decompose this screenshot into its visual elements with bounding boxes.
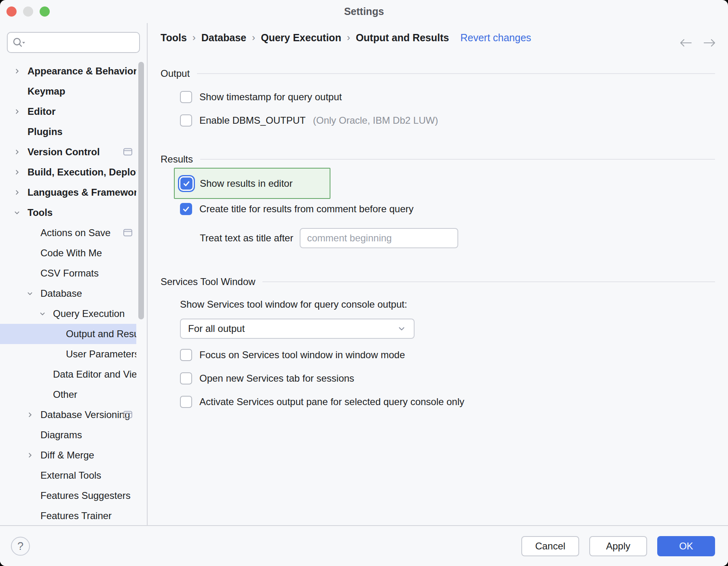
title-after-input[interactable] <box>300 228 458 248</box>
chevron-down-icon[interactable] <box>12 208 22 218</box>
sidebar-item-languages-frameworks[interactable]: Languages & Frameworks <box>0 182 136 203</box>
cancel-button[interactable]: Cancel <box>521 536 579 556</box>
forward-button[interactable] <box>703 38 717 48</box>
settings-content: Tools›Database›Query Execution›Output an… <box>148 23 728 525</box>
sidebar-item-diff-merge[interactable]: Diff & Merge <box>0 445 136 465</box>
sidebar-item-code-with-me[interactable]: Code With Me <box>0 243 136 263</box>
chevron-spacer <box>12 127 22 137</box>
sidebar-item-label: CSV Formats <box>40 268 136 279</box>
sidebar-item-diagrams[interactable]: Diagrams <box>0 425 136 445</box>
minimize-button[interactable] <box>23 6 33 17</box>
checkbox-show-timestamp-for-query-output[interactable] <box>180 91 192 103</box>
title-after-row: Treat text as title after <box>200 228 715 248</box>
sidebar-item-features-trainer[interactable]: Features Trainer <box>0 506 136 525</box>
sidebar-item-label: External Tools <box>40 470 136 481</box>
sidebar-item-query-execution[interactable]: Query Execution <box>0 304 136 324</box>
section-title-output: Output <box>161 68 190 79</box>
sidebar-item-editor[interactable]: Editor <box>0 101 136 122</box>
sidebar-item-label: Code With Me <box>40 247 136 259</box>
breadcrumb-item-database[interactable]: Database <box>201 32 246 44</box>
checkbox-focus-on-services-tool-window-in-window-mode[interactable] <box>180 349 192 361</box>
search-field[interactable] <box>7 32 140 53</box>
chevron-spacer <box>25 430 35 440</box>
checkbox-activate-services-output-pane-for-selected-query-console-only[interactable] <box>180 396 192 408</box>
chevron-right-icon[interactable] <box>25 450 35 460</box>
create-title-setting: Create title for results from comment be… <box>180 202 715 216</box>
sidebar-item-appearance-behavior[interactable]: Appearance & Behavior <box>0 61 136 81</box>
breadcrumb: Tools›Database›Query Execution›Output an… <box>161 30 715 46</box>
sidebar-item-label: Features Suggesters <box>40 490 136 501</box>
sidebar-item-label: Other <box>53 389 136 400</box>
chevron-right-icon[interactable] <box>12 147 22 157</box>
close-button[interactable] <box>6 6 17 17</box>
chevron-down-icon[interactable] <box>25 289 35 298</box>
section-divider <box>200 159 715 160</box>
dropdown-value: For all output <box>188 323 245 334</box>
chevron-right-icon[interactable] <box>12 188 22 197</box>
ok-button[interactable]: OK <box>657 536 715 556</box>
chevron-down-icon[interactable] <box>38 309 47 319</box>
sidebar-item-label: Plugins <box>28 126 136 137</box>
services-checkbox-group: Focus on Services tool window in window … <box>180 348 715 409</box>
services-output-dropdown[interactable]: For all output <box>180 319 415 339</box>
section-divider <box>262 281 715 282</box>
checkbox-enable-dbms-output[interactable] <box>180 114 192 127</box>
results-section: Results Show results in editor Create ti… <box>161 153 715 248</box>
help-button[interactable]: ? <box>11 536 30 555</box>
chevron-right-icon[interactable] <box>25 410 35 420</box>
sidebar-item-plugins[interactable]: Plugins <box>0 122 136 142</box>
services-dropdown-label: Show Services tool window for query cons… <box>180 299 715 310</box>
sidebar-item-label: Diagrams <box>40 429 136 441</box>
sidebar-item-label: Appearance & Behavior <box>28 65 136 77</box>
chevron-spacer <box>25 248 35 258</box>
sidebar-item-build-execution-deployment[interactable]: Build, Execution, Deployment <box>0 162 136 182</box>
sidebar-item-actions-on-save[interactable]: Actions on Save <box>0 223 136 243</box>
sidebar-item-other[interactable]: Other <box>0 384 136 405</box>
sidebar-item-label: Keymap <box>28 86 136 97</box>
title-after-label: Treat text as title after <box>200 232 293 244</box>
sidebar-item-label: Build, Execution, Deployment <box>28 167 136 178</box>
configurable-badge-icon <box>123 229 132 237</box>
revert-changes-link[interactable]: Revert changes <box>460 32 531 44</box>
sidebar-item-label: Features Trainer <box>40 510 136 522</box>
sidebar-item-tools[interactable]: Tools <box>0 203 136 223</box>
sidebar-item-keymap[interactable]: Keymap <box>0 81 136 101</box>
sidebar-scrollbar[interactable] <box>138 62 144 319</box>
chevron-right-icon[interactable] <box>12 107 22 116</box>
search-icon <box>12 37 25 48</box>
breadcrumb-item-query-execution[interactable]: Query Execution <box>261 32 341 44</box>
checkbox-label: Activate Services output pane for select… <box>199 396 464 408</box>
sidebar-item-output-and-results[interactable]: Output and Results <box>0 324 136 344</box>
checkbox-open-new-services-tab-for-sessions[interactable] <box>180 372 192 384</box>
setting-row-show-timestamp-for-query-output: Show timestamp for query output <box>180 90 715 104</box>
chevron-spacer <box>25 228 35 238</box>
section-title-services: Services Tool Window <box>161 276 255 287</box>
sidebar-item-database[interactable]: Database <box>0 283 136 304</box>
breadcrumb-separator: › <box>252 32 255 43</box>
apply-button[interactable]: Apply <box>589 536 647 556</box>
back-button[interactable] <box>679 38 692 48</box>
chevron-spacer <box>25 491 35 501</box>
settings-search-input[interactable] <box>27 36 135 49</box>
settings-tree: Appearance & BehaviorKeymapEditorPlugins… <box>0 61 147 525</box>
sidebar-item-label: Query Execution <box>53 308 136 319</box>
section-title-results: Results <box>161 154 193 165</box>
setting-row-enable-dbms-output: Enable DBMS_OUTPUT(Only Oracle, IBM Db2 … <box>180 114 715 127</box>
sidebar-item-external-tools[interactable]: External Tools <box>0 465 136 486</box>
checkbox-create-title-for-results-from-comment-before-query[interactable] <box>180 203 192 215</box>
chevron-spacer <box>25 471 35 480</box>
sidebar-item-user-parameters[interactable]: User Parameters <box>0 344 136 364</box>
sidebar-item-csv-formats[interactable]: CSV Formats <box>0 263 136 283</box>
zoom-button[interactable] <box>40 6 50 17</box>
breadcrumb-item-tools[interactable]: Tools <box>161 32 187 44</box>
breadcrumb-separator: › <box>193 32 196 43</box>
chevron-right-icon[interactable] <box>12 167 22 177</box>
checkbox-show-results-in-editor[interactable] <box>180 177 193 190</box>
sidebar-item-features-suggesters[interactable]: Features Suggesters <box>0 486 136 506</box>
chevron-right-icon[interactable] <box>12 66 22 76</box>
configurable-badge-icon <box>123 411 132 418</box>
sidebar-item-data-editor-and-viewer[interactable]: Data Editor and Viewer <box>0 364 136 384</box>
sidebar-item-version-control[interactable]: Version Control <box>0 142 136 162</box>
sidebar-item-database-versioning[interactable]: Database Versioning <box>0 405 136 425</box>
breadcrumb-item-output-and-results[interactable]: Output and Results <box>356 32 449 44</box>
